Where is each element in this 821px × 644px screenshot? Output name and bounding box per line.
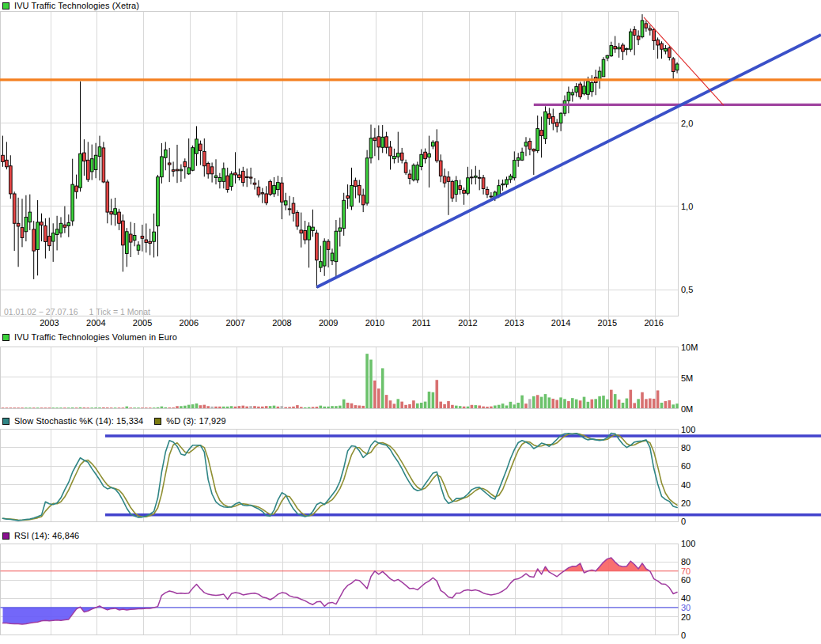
volume-bar <box>420 403 423 408</box>
volume-bar <box>400 402 403 408</box>
candle-up <box>432 142 435 146</box>
volume-bar <box>71 407 74 408</box>
candle-up <box>164 150 167 157</box>
tick-interval-text: 1 Tick = 1 Monat <box>89 307 150 316</box>
candle-up <box>675 64 679 70</box>
volume-bar <box>51 407 55 408</box>
volume-bar <box>346 403 350 408</box>
candle-down <box>83 153 86 161</box>
candle-down <box>292 203 295 213</box>
volume-bar <box>331 406 334 408</box>
volume-bar <box>610 390 613 408</box>
price-xtick-label: 2007 <box>225 318 244 328</box>
rsi-oversold-fill <box>3 608 80 624</box>
volume-bar <box>304 407 307 408</box>
volume-bar <box>482 407 485 408</box>
volume-bar <box>238 406 241 408</box>
candle-up <box>428 153 431 157</box>
volume-bar <box>316 407 319 408</box>
volume-bar <box>277 407 280 408</box>
volume-bar <box>432 392 435 408</box>
volume-bar <box>67 407 70 408</box>
volume-ytick-label: 10M <box>681 343 698 352</box>
candle-up <box>319 262 322 267</box>
price-legend-row: IVU Traffic Technologies (Xetra) <box>2 1 139 10</box>
candle-down <box>528 141 532 149</box>
stoch-panel-frame <box>1 429 679 521</box>
candle-down <box>40 222 44 225</box>
candle-up <box>520 152 524 160</box>
volume-bar <box>110 407 113 408</box>
rsi-ytick-label: 70 <box>681 566 690 576</box>
volume-bar <box>540 397 543 408</box>
volume-bar <box>44 407 47 408</box>
red-downtrend-line <box>644 17 724 105</box>
volume-bar <box>40 407 44 408</box>
volume-bar <box>536 395 539 408</box>
candle-up <box>563 100 566 113</box>
volume-bar <box>210 407 214 408</box>
volume-bar <box>381 368 384 408</box>
stochastic-k-legend-label: Slow Stochastic %K (14): 15,334 <box>14 416 143 426</box>
volume-bar <box>520 396 524 408</box>
candle-up <box>94 155 97 169</box>
candle-down <box>234 173 237 175</box>
candle-down <box>404 163 407 172</box>
candle-down <box>17 223 20 226</box>
volume-bar <box>261 407 264 408</box>
candle-up <box>420 154 423 166</box>
candle-down <box>443 176 446 183</box>
candle-down <box>490 196 493 197</box>
volume-bar <box>327 407 330 408</box>
candle-down <box>304 230 307 240</box>
rsi-ytick-label: 30 <box>681 603 690 612</box>
volume-bar <box>253 406 256 408</box>
candle-up <box>416 165 419 180</box>
volume-bar <box>528 399 532 408</box>
volume-bar <box>377 388 380 408</box>
price-xtick-label: 2004 <box>86 318 105 328</box>
candle-down <box>373 138 376 140</box>
volume-bar <box>149 407 152 408</box>
date-range-label: 01.01.02 − 27.07.16 1 Tick = 1 Monat <box>4 307 150 316</box>
volume-bar <box>486 407 489 408</box>
volume-bar <box>614 394 617 408</box>
volume-bar <box>242 406 245 408</box>
volume-bar <box>323 407 326 408</box>
candle-up <box>137 245 140 250</box>
volume-bar <box>447 401 450 408</box>
volume-bar <box>126 407 129 408</box>
volume-bar <box>191 404 195 408</box>
volume-bar <box>222 407 225 408</box>
volume-bar <box>633 403 636 408</box>
volume-bar <box>79 407 82 408</box>
date-range-text: 01.01.02 − 27.07.16 <box>4 307 78 316</box>
candle-up <box>602 59 605 77</box>
volume-bar <box>284 407 287 408</box>
candle-up <box>67 223 70 226</box>
volume-bar <box>645 399 648 408</box>
candle-up <box>180 169 183 171</box>
volume-bar <box>230 406 233 408</box>
candle-up <box>284 201 287 205</box>
candle-up <box>98 147 101 157</box>
candle-down <box>13 194 16 223</box>
volume-bar <box>467 407 470 408</box>
candle-up <box>544 112 547 138</box>
volume-bar <box>451 405 454 408</box>
candle-up <box>312 227 315 230</box>
volume-bar <box>145 407 148 408</box>
volume-bar <box>471 405 474 408</box>
volume-bar <box>622 403 625 408</box>
volume-bar <box>199 405 202 408</box>
candle-down <box>400 153 403 160</box>
candle-down <box>2 155 5 161</box>
candle-down <box>389 147 392 156</box>
volume-bar <box>490 407 493 408</box>
volume-bar <box>567 401 570 408</box>
rsi-ytick-label: 20 <box>681 612 690 622</box>
candle-down <box>540 131 543 136</box>
volume-bar <box>428 392 431 408</box>
volume-bar <box>524 403 528 408</box>
volume-bar <box>168 407 171 408</box>
